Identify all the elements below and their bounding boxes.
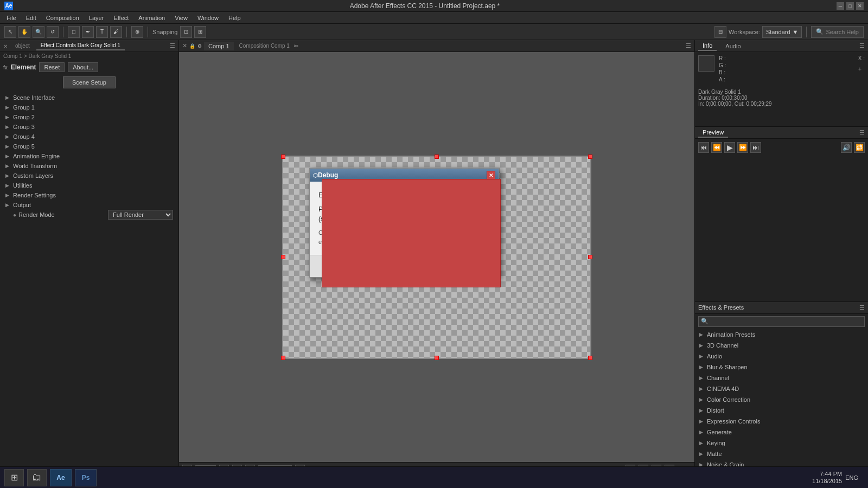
maximize-btn[interactable]: □ bbox=[846, 2, 854, 10]
search-help-input[interactable]: 🔍 Search Help bbox=[811, 26, 864, 38]
effects-search-bar[interactable]: 🔍 bbox=[698, 316, 865, 327]
audio-tab[interactable]: Audio bbox=[721, 42, 745, 50]
tree-render-settings[interactable]: ▶ Render Settings bbox=[2, 190, 176, 200]
tree-group3[interactable]: ▶ Group 3 bbox=[2, 122, 176, 132]
preview-audio-btn[interactable]: 🔊 bbox=[841, 142, 852, 153]
category-cinema4d[interactable]: ▶ CINEMA 4D bbox=[695, 383, 868, 394]
menu-file[interactable]: File bbox=[2, 14, 21, 22]
tree-utilities[interactable]: ▶ Utilities bbox=[2, 181, 176, 190]
right-panel: Info Audio ☰ R : G : B : A : X : bbox=[694, 40, 868, 476]
tool-text[interactable]: T bbox=[96, 26, 108, 38]
plus-icon: + bbox=[858, 66, 861, 72]
left-panel-header: ✕ object Effect Controls Dark Gray Solid… bbox=[0, 40, 178, 52]
breadcrumb: Comp 1 > Dark Gray Solid 1 bbox=[0, 52, 178, 60]
workspace-selector[interactable]: Standard ▼ bbox=[762, 26, 802, 38]
comp-settings-icon[interactable]: ⚙ bbox=[197, 43, 202, 49]
close-btn[interactable]: ✕ bbox=[856, 2, 864, 10]
left-panel: ✕ object Effect Controls Dark Gray Solid… bbox=[0, 40, 179, 476]
preview-first-frame[interactable]: ⏮ bbox=[698, 142, 709, 153]
category-blur-sharpen[interactable]: ▶ Blur & Sharpen bbox=[695, 362, 868, 373]
tool-select[interactable]: ↖ bbox=[4, 26, 16, 38]
handle-bottom-right[interactable] bbox=[588, 356, 592, 360]
comp-tab-label[interactable]: Comp 1 bbox=[204, 42, 234, 50]
tree-custom-layers[interactable]: ▶ Custom Layers bbox=[2, 171, 176, 181]
tree-group4[interactable]: ▶ Group 4 bbox=[2, 132, 176, 142]
tool-hand[interactable]: ✋ bbox=[18, 26, 30, 38]
info-menu-icon[interactable]: ☰ bbox=[859, 42, 865, 49]
preview-tab[interactable]: Preview bbox=[698, 128, 728, 138]
tree-scene-interface[interactable]: ▶ Scene Interface bbox=[2, 93, 176, 102]
effects-menu-icon[interactable]: ☰ bbox=[859, 304, 865, 311]
tree-world-transform[interactable]: ▶ World Transform bbox=[2, 161, 176, 171]
handle-bottom-mid[interactable] bbox=[435, 356, 439, 360]
category-audio[interactable]: ▶ Audio bbox=[695, 351, 868, 362]
window-controls: ─ □ ✕ bbox=[837, 2, 864, 10]
tool-pen[interactable]: ✒ bbox=[82, 26, 94, 38]
menu-edit[interactable]: Edit bbox=[22, 14, 41, 22]
category-color-correction[interactable]: ▶ Color Correction bbox=[695, 394, 868, 405]
tree-output[interactable]: ▶ Output bbox=[2, 200, 176, 210]
menu-help[interactable]: Help bbox=[224, 14, 245, 22]
menu-composition[interactable]: Composition bbox=[42, 14, 84, 22]
in-out-display: In: 0;00;00;00, Out: 0;00;29;29 bbox=[698, 101, 865, 107]
panel-tab-object[interactable]: object bbox=[11, 42, 34, 50]
handle-left-mid[interactable] bbox=[281, 255, 285, 259]
category-generate[interactable]: ▶ Generate bbox=[695, 427, 868, 438]
start-button[interactable]: ⊞ bbox=[4, 469, 24, 486]
menu-animation[interactable]: Animation bbox=[134, 14, 169, 22]
tool-puppet[interactable]: ⊕ bbox=[131, 26, 143, 38]
preview-prev-frame[interactable]: ⏪ bbox=[711, 142, 722, 153]
tool-zoom[interactable]: 🔍 bbox=[33, 26, 44, 38]
tree-animation-engine[interactable]: ▶ Animation Engine bbox=[2, 151, 176, 161]
panel-menu-icon[interactable]: ☰ bbox=[170, 42, 175, 49]
menu-view[interactable]: View bbox=[170, 14, 192, 22]
dialog-close-btn[interactable]: ✕ bbox=[487, 171, 495, 179]
comp-lock-icon: 🔒 bbox=[189, 43, 195, 49]
category-expression-controls[interactable]: ▶ Expression Controls bbox=[695, 416, 868, 427]
tool-brush[interactable]: 🖌 bbox=[110, 26, 122, 38]
tool-rotate[interactable]: ↺ bbox=[47, 26, 59, 38]
snap-options[interactable]: ⊞ bbox=[194, 26, 206, 38]
category-channel[interactable]: ▶ Channel bbox=[695, 373, 868, 383]
category-keying[interactable]: ▶ Keying bbox=[695, 438, 868, 448]
tree-group1[interactable]: ▶ Group 1 bbox=[2, 102, 176, 112]
preview-last-frame[interactable]: ⏭ bbox=[750, 142, 761, 153]
preview-loop-btn[interactable]: 🔁 bbox=[854, 142, 865, 153]
menu-effect[interactable]: Effect bbox=[109, 14, 133, 22]
a-value: A : bbox=[719, 76, 726, 82]
tree-group2[interactable]: ▶ Group 2 bbox=[2, 112, 176, 122]
about-button[interactable]: About... bbox=[68, 62, 98, 72]
panel-close-btn[interactable]: ✕ bbox=[3, 43, 9, 49]
snapping-toggle[interactable]: ⊡ bbox=[180, 26, 192, 38]
close-comp-icon[interactable]: ✕ bbox=[182, 42, 187, 49]
comp-menu-icon[interactable]: ☰ bbox=[686, 42, 691, 49]
info-tab[interactable]: Info bbox=[698, 41, 717, 51]
menu-layer[interactable]: Layer bbox=[85, 14, 108, 22]
handle-top-right[interactable] bbox=[588, 155, 592, 159]
category-distort[interactable]: ▶ Distort bbox=[695, 405, 868, 416]
xy-values: X : + bbox=[858, 55, 865, 82]
handle-right-mid[interactable] bbox=[588, 255, 592, 259]
taskbar-ps[interactable]: Ps bbox=[75, 469, 97, 486]
taskbar-ae[interactable]: Ae bbox=[50, 469, 72, 486]
effects-search-input[interactable] bbox=[711, 318, 862, 325]
preview-play[interactable]: ▶ bbox=[724, 142, 735, 153]
menu-window[interactable]: Window bbox=[193, 14, 223, 22]
preview-menu-icon[interactable]: ☰ bbox=[859, 129, 865, 136]
preview-next-frame[interactable]: ⏩ bbox=[737, 142, 748, 153]
scene-setup-button[interactable]: Scene Setup bbox=[63, 76, 116, 88]
taskbar-file-explorer[interactable]: 🗂 bbox=[27, 469, 47, 486]
render-mode-select[interactable]: Full Render Draft Wireframe bbox=[108, 210, 173, 220]
handle-bottom-left[interactable] bbox=[281, 356, 285, 360]
tree-group5[interactable]: ▶ Group 5 bbox=[2, 142, 176, 151]
tool-rect[interactable]: □ bbox=[68, 26, 80, 38]
handle-top-left[interactable] bbox=[281, 155, 285, 159]
category-matte[interactable]: ▶ Matte bbox=[695, 448, 868, 459]
category-animation-presets[interactable]: ▶ Animation Presets bbox=[695, 329, 868, 340]
panel-tab-effectcontrols[interactable]: Effect Controls Dark Gray Solid 1 bbox=[36, 41, 125, 50]
category-3d-channel[interactable]: ▶ 3D Channel bbox=[695, 340, 868, 351]
handle-top-mid[interactable] bbox=[435, 155, 439, 159]
minimize-btn[interactable]: ─ bbox=[837, 2, 844, 10]
comp-snip-icon[interactable]: ✄ bbox=[294, 43, 298, 49]
reset-button[interactable]: Reset bbox=[39, 62, 65, 72]
